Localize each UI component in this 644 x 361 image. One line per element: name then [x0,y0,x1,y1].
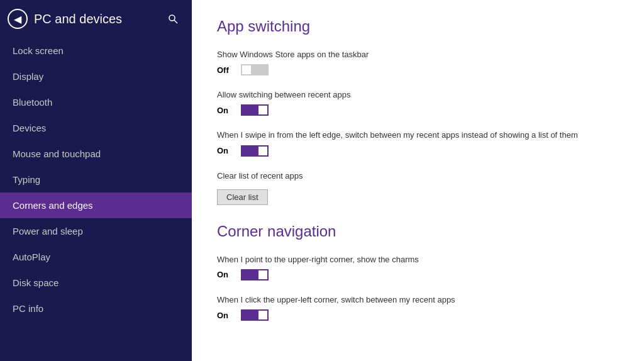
setting-upper-left-label: On [217,311,232,320]
clear-list-desc: Clear list of recent apps [217,170,619,182]
sidebar: ◀ PC and devices Lock screen Display Blu… [0,0,192,361]
setting-show-taskbar-label: Off [217,65,232,75]
setting-show-taskbar: Show Windows Store apps on the taskbar O… [217,49,619,75]
sidebar-item-devices[interactable]: Devices [0,115,192,141]
toggle-upper-left[interactable] [241,309,269,321]
svg-line-1 [174,20,177,23]
back-button[interactable]: ◀ [8,9,28,29]
app-switching-title: App switching [217,18,619,35]
sidebar-item-display[interactable]: Display [0,64,192,89]
main-content: App switching Show Windows Store apps on… [192,0,644,361]
sidebar-item-mouse-touchpad[interactable]: Mouse and touchpad [0,141,192,167]
search-button[interactable] [164,10,182,28]
setting-allow-switching-label: On [217,106,232,115]
toggle-upper-right[interactable] [241,269,269,280]
svg-point-0 [169,15,175,21]
sidebar-item-lock-screen[interactable]: Lock screen [0,38,192,64]
clear-list-button[interactable]: Clear list [217,189,268,205]
sidebar-item-autoplay[interactable]: AutoPlay [0,244,192,270]
setting-upper-right-label: On [217,270,232,279]
nav-list: Lock screen Display Bluetooth Devices Mo… [0,38,192,361]
setting-allow-switching-desc: Allow switching between recent apps [217,89,619,101]
sidebar-header: ◀ PC and devices [0,0,192,38]
sidebar-item-bluetooth[interactable]: Bluetooth [0,89,192,115]
toggle-thumb [258,147,267,155]
corner-nav-title: Corner navigation [217,223,619,240]
toggle-swipe-switch[interactable] [241,145,269,157]
sidebar-item-corners-edges[interactable]: Corners and edges [0,192,192,218]
setting-upper-right: When I point to the upper-right corner, … [217,254,619,280]
toggle-allow-switching[interactable] [241,104,269,116]
setting-swipe-switch-desc: When I swipe in from the left edge, swit… [217,130,619,141]
sidebar-item-pc-info[interactable]: PC info [0,296,192,321]
toggle-thumb [242,65,251,74]
sidebar-item-power-sleep[interactable]: Power and sleep [0,218,192,244]
setting-upper-left: When I click the upper-left corner, swit… [217,294,619,321]
toggle-show-taskbar[interactable] [241,64,269,75]
toggle-thumb [258,106,267,114]
setting-swipe-switch-row: On [217,145,619,157]
setting-allow-switching-row: On [217,104,619,116]
setting-swipe-switch-label: On [217,146,232,155]
setting-upper-right-row: On [217,269,619,280]
setting-show-taskbar-row: Off [217,64,619,75]
setting-clear-list: Clear list of recent apps Clear list [217,170,619,205]
sidebar-item-disk-space[interactable]: Disk space [0,270,192,296]
search-icon [168,14,178,24]
sidebar-title: PC and devices [34,12,158,26]
setting-upper-left-row: On [217,309,619,321]
setting-upper-right-desc: When I point to the upper-right corner, … [217,254,619,265]
sidebar-item-typing[interactable]: Typing [0,167,192,192]
setting-allow-switching: Allow switching between recent apps On [217,89,619,116]
setting-swipe-switch: When I swipe in from the left edge, swit… [217,130,619,156]
setting-upper-left-desc: When I click the upper-left corner, swit… [217,294,619,306]
toggle-thumb [258,270,267,279]
toggle-thumb [258,311,267,319]
setting-show-taskbar-desc: Show Windows Store apps on the taskbar [217,49,619,60]
